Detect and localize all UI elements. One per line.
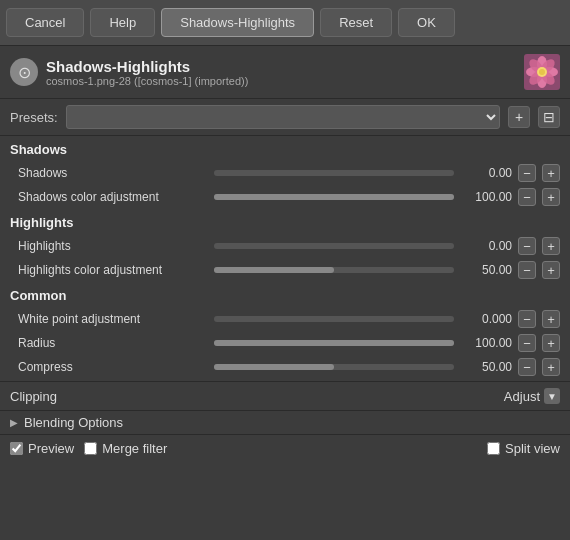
- preview-label[interactable]: Preview: [28, 441, 74, 456]
- bottom-bar: Preview Merge filter Split view: [0, 434, 570, 462]
- split-view-label[interactable]: Split view: [505, 441, 560, 456]
- slider-value: 50.00: [460, 263, 512, 277]
- presets-add-button[interactable]: +: [508, 106, 530, 128]
- panel: ⊙ Shadows-Highlights cosmos-1.png-28 ([c…: [0, 46, 570, 540]
- slider-value: 50.00: [460, 360, 512, 374]
- presets-row: Presets: + ⊟: [0, 99, 570, 136]
- panel-subtitle: cosmos-1.png-28 ([cosmos-1] (imported)): [46, 75, 516, 87]
- presets-save-button[interactable]: ⊟: [538, 106, 560, 128]
- slider-label: White point adjustment: [18, 312, 208, 326]
- clipping-dropdown-arrow[interactable]: ▼: [544, 388, 560, 404]
- slider-value: 100.00: [460, 336, 512, 350]
- slider-plus-button[interactable]: +: [542, 164, 560, 182]
- slider-value: 0.00: [460, 239, 512, 253]
- slider-label: Shadows: [18, 166, 208, 180]
- shadows-rows: Shadows 0.00 − + Shadows color adjustmen…: [0, 161, 570, 209]
- slider-minus-button[interactable]: −: [518, 334, 536, 352]
- slider-label: Highlights: [18, 239, 208, 253]
- clipping-label: Clipping: [10, 389, 504, 404]
- slider-track[interactable]: [214, 267, 454, 273]
- slider-minus-button[interactable]: −: [518, 261, 536, 279]
- common-section-label: Common: [0, 282, 570, 307]
- toolbar: Cancel Help Shadows-Highlights Reset OK: [0, 0, 570, 46]
- preview-group: Preview: [10, 441, 74, 456]
- blending-options-label[interactable]: Blending Options: [24, 415, 123, 430]
- ok-button[interactable]: OK: [398, 8, 455, 37]
- slider-minus-button[interactable]: −: [518, 358, 536, 376]
- slider-row: Highlights color adjustment 50.00 − +: [0, 258, 570, 282]
- slider-minus-button[interactable]: −: [518, 164, 536, 182]
- slider-plus-button[interactable]: +: [542, 358, 560, 376]
- slider-value: 0.000: [460, 312, 512, 326]
- merge-filter-label[interactable]: Merge filter: [102, 441, 167, 456]
- slider-track[interactable]: [214, 170, 454, 176]
- panel-header: ⊙ Shadows-Highlights cosmos-1.png-28 ([c…: [0, 46, 570, 99]
- reset-button[interactable]: Reset: [320, 8, 392, 37]
- slider-fill: [214, 340, 454, 346]
- shadows-highlights-button[interactable]: Shadows-Highlights: [161, 8, 314, 37]
- slider-track[interactable]: [214, 194, 454, 200]
- svg-point-10: [539, 69, 545, 75]
- slider-plus-button[interactable]: +: [542, 310, 560, 328]
- slider-fill: [214, 194, 454, 200]
- slider-minus-button[interactable]: −: [518, 237, 536, 255]
- split-view-group: Split view: [487, 441, 560, 456]
- slider-label: Shadows color adjustment: [18, 190, 208, 204]
- slider-row: White point adjustment 0.000 − +: [0, 307, 570, 331]
- slider-row: Shadows color adjustment 100.00 − +: [0, 185, 570, 209]
- slider-track[interactable]: [214, 364, 454, 370]
- slider-track[interactable]: [214, 243, 454, 249]
- panel-title: Shadows-Highlights: [46, 58, 516, 75]
- split-view-checkbox[interactable]: [487, 442, 500, 455]
- merge-filter-group: Merge filter: [84, 441, 167, 456]
- highlights-section-label: Highlights: [0, 209, 570, 234]
- slider-plus-button[interactable]: +: [542, 237, 560, 255]
- slider-fill: [214, 364, 334, 370]
- slider-value: 100.00: [460, 190, 512, 204]
- clipping-value: Adjust: [504, 389, 540, 404]
- clipping-row: Clipping Adjust ▼: [0, 381, 570, 410]
- blending-row: ▶ Blending Options: [0, 410, 570, 434]
- slider-plus-button[interactable]: +: [542, 334, 560, 352]
- panel-thumbnail: [524, 54, 560, 90]
- slider-minus-button[interactable]: −: [518, 310, 536, 328]
- slider-row: Shadows 0.00 − +: [0, 161, 570, 185]
- panel-icon: ⊙: [10, 58, 38, 86]
- presets-select[interactable]: [66, 105, 500, 129]
- merge-filter-checkbox[interactable]: [84, 442, 97, 455]
- slider-row: Compress 50.00 − +: [0, 355, 570, 379]
- slider-label: Compress: [18, 360, 208, 374]
- preview-checkbox[interactable]: [10, 442, 23, 455]
- slider-track[interactable]: [214, 340, 454, 346]
- icon-char: ⊙: [18, 63, 31, 82]
- slider-plus-button[interactable]: +: [542, 261, 560, 279]
- cancel-button[interactable]: Cancel: [6, 8, 84, 37]
- slider-label: Highlights color adjustment: [18, 263, 208, 277]
- panel-title-group: Shadows-Highlights cosmos-1.png-28 ([cos…: [46, 58, 516, 87]
- slider-fill: [214, 267, 334, 273]
- highlights-rows: Highlights 0.00 − + Highlights color adj…: [0, 234, 570, 282]
- help-button[interactable]: Help: [90, 8, 155, 37]
- shadows-section-label: Shadows: [0, 136, 570, 161]
- blending-arrow-icon: ▶: [10, 417, 18, 428]
- slider-track[interactable]: [214, 316, 454, 322]
- slider-minus-button[interactable]: −: [518, 188, 536, 206]
- common-rows: White point adjustment 0.000 − + Radius …: [0, 307, 570, 379]
- slider-row: Highlights 0.00 − +: [0, 234, 570, 258]
- slider-label: Radius: [18, 336, 208, 350]
- slider-row: Radius 100.00 − +: [0, 331, 570, 355]
- slider-plus-button[interactable]: +: [542, 188, 560, 206]
- clipping-select[interactable]: Adjust ▼: [504, 388, 560, 404]
- presets-label: Presets:: [10, 110, 58, 125]
- slider-value: 0.00: [460, 166, 512, 180]
